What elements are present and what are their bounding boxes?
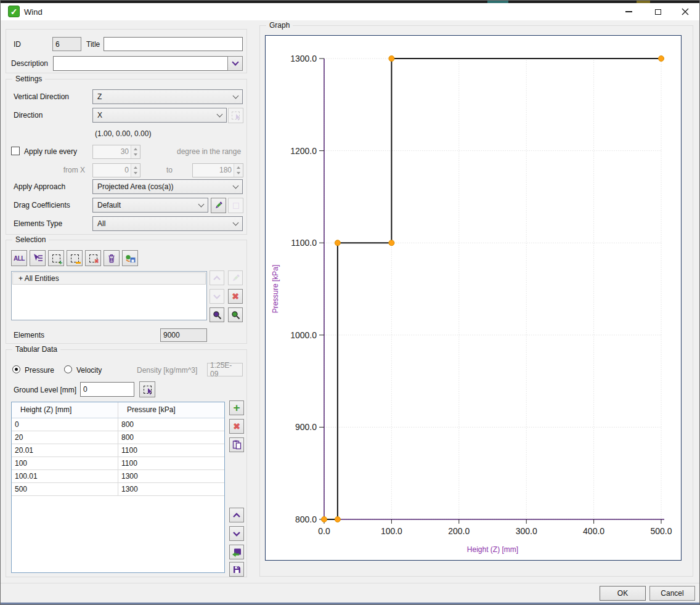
save-selection-button[interactable] bbox=[122, 250, 138, 266]
title-field[interactable] bbox=[104, 37, 243, 51]
box-select-add-button[interactable]: + bbox=[48, 250, 64, 266]
apply-rule-checkbox[interactable] bbox=[11, 147, 20, 155]
direction-combobox[interactable]: X bbox=[92, 108, 227, 123]
select-from-list-button[interactable] bbox=[30, 250, 46, 266]
ok-button[interactable]: OK bbox=[600, 586, 646, 601]
pressure-radio[interactable] bbox=[12, 365, 20, 373]
table-cell[interactable]: 100.01 bbox=[12, 469, 118, 482]
chevron-down-icon bbox=[213, 294, 221, 299]
drag-coefficients-value: Default bbox=[97, 201, 121, 209]
edit-drag-coefficients-button[interactable] bbox=[211, 198, 226, 213]
description-combobox[interactable] bbox=[53, 56, 228, 71]
table-cell[interactable]: 0 bbox=[12, 418, 118, 431]
apply-approach-combobox[interactable]: Projected Area (cos(a)) bbox=[92, 179, 243, 194]
table-cell[interactable]: 1100 bbox=[118, 444, 225, 457]
table-cell[interactable]: 20.01 bbox=[12, 444, 118, 457]
save-selection-icon bbox=[125, 254, 136, 263]
title-bar: ✓ Wind bbox=[1, 3, 699, 20]
remove-selection-button[interactable]: ✖ bbox=[228, 289, 243, 304]
import-icon bbox=[232, 548, 242, 557]
add-row-button[interactable]: + bbox=[229, 400, 244, 415]
elements-count-field: 9000 bbox=[160, 328, 207, 342]
table-cell[interactable]: 500 bbox=[12, 482, 118, 495]
save-table-button[interactable] bbox=[229, 562, 244, 577]
spin-down-icon bbox=[134, 172, 137, 174]
graph-group-title: Graph bbox=[266, 21, 293, 30]
vertical-direction-combobox[interactable]: Z bbox=[92, 89, 243, 104]
zoom-selection-button[interactable] bbox=[210, 307, 224, 322]
table-cell[interactable]: 800 bbox=[118, 431, 225, 444]
table-cell[interactable]: 1300 bbox=[118, 469, 225, 482]
selection-listbox[interactable]: + All Entities bbox=[11, 271, 207, 320]
delete-selection-button[interactable] bbox=[104, 250, 120, 266]
svg-text:1000.0: 1000.0 bbox=[290, 330, 317, 340]
row-down-button[interactable] bbox=[229, 526, 244, 541]
spinner-arrows bbox=[131, 164, 140, 177]
maximize-icon bbox=[655, 9, 661, 15]
box-clear-icon: ✖ bbox=[89, 254, 97, 262]
identification-group: ID 6 Title Description bbox=[6, 29, 247, 73]
to-value: 180 bbox=[193, 164, 234, 177]
degree-range-label: degree in the range bbox=[177, 147, 241, 156]
cancel-button[interactable]: Cancel bbox=[649, 586, 695, 601]
elements-type-value: All bbox=[97, 219, 105, 228]
table-cell[interactable]: 100 bbox=[12, 457, 118, 469]
chevron-down-icon bbox=[198, 201, 205, 207]
settings-group: Settings Vertical Direction Z Direction … bbox=[6, 79, 247, 235]
column-header[interactable]: Height (Z) [mm] bbox=[12, 402, 118, 418]
apply-rule-spinner: 30 bbox=[92, 145, 140, 159]
pick-in-view-icon bbox=[232, 112, 240, 120]
table-row[interactable]: 1001100 bbox=[12, 457, 224, 469]
spin-up-icon bbox=[134, 148, 137, 150]
to-label: to bbox=[166, 166, 173, 174]
close-icon bbox=[682, 8, 689, 15]
tabular-table-body: 08002080020.0111001001100100.01130050013… bbox=[12, 418, 224, 495]
ground-level-field[interactable]: 0 bbox=[80, 382, 134, 397]
column-header[interactable]: Pressure [kPa] bbox=[118, 402, 225, 418]
table-row[interactable]: 20800 bbox=[12, 431, 224, 444]
delete-row-button[interactable]: ✖ bbox=[229, 419, 244, 434]
chevron-down-icon bbox=[217, 111, 223, 117]
spin-up-icon bbox=[237, 166, 240, 169]
spinner-arrows bbox=[234, 164, 243, 177]
select-all-button[interactable]: ALL bbox=[11, 250, 27, 266]
table-cell[interactable]: 20 bbox=[12, 431, 118, 444]
table-cell[interactable]: 1100 bbox=[118, 457, 225, 469]
minimize-button[interactable] bbox=[615, 3, 642, 20]
from-label: from X bbox=[43, 166, 85, 174]
table-cell[interactable]: 1300 bbox=[118, 482, 225, 495]
box-select-clear-button[interactable]: ✖ bbox=[85, 250, 101, 266]
velocity-radio[interactable] bbox=[64, 365, 72, 373]
table-cell[interactable]: 800 bbox=[118, 418, 225, 431]
id-field: 6 bbox=[52, 37, 81, 51]
tabular-data-grid[interactable]: Height (Z) [mm]Pressure [kPa] 0800208002… bbox=[11, 402, 225, 573]
maximize-button[interactable] bbox=[645, 3, 672, 20]
drag-coefficients-combobox[interactable]: Default bbox=[92, 198, 208, 213]
edit-selection-button bbox=[228, 270, 243, 285]
list-item[interactable]: + All Entities bbox=[12, 272, 206, 285]
window-bottom-border bbox=[1, 603, 699, 605]
chevron-up-icon bbox=[213, 275, 221, 281]
description-dropdown-button[interactable] bbox=[227, 56, 243, 71]
import-table-button[interactable] bbox=[229, 545, 244, 559]
close-button[interactable] bbox=[672, 3, 699, 20]
elements-type-combobox[interactable]: All bbox=[92, 216, 243, 231]
zoom-all-button[interactable] bbox=[228, 307, 243, 322]
box-remove-icon bbox=[71, 254, 79, 262]
pressure-radio-label[interactable]: Pressure bbox=[25, 366, 54, 375]
table-row[interactable]: 5001300 bbox=[12, 482, 224, 495]
row-up-button[interactable] bbox=[229, 508, 244, 522]
velocity-radio-label[interactable]: Velocity bbox=[76, 366, 102, 375]
paste-rows-button[interactable] bbox=[229, 437, 244, 452]
table-row[interactable]: 100.011300 bbox=[12, 469, 224, 482]
red-x-icon: ✖ bbox=[232, 292, 239, 301]
all-icon: ALL bbox=[14, 255, 25, 262]
svg-text:400.0: 400.0 bbox=[583, 526, 604, 536]
from-value: 0 bbox=[93, 164, 131, 177]
apply-rule-label: Apply rule every bbox=[24, 147, 77, 156]
table-row[interactable]: 20.011100 bbox=[12, 444, 224, 457]
red-x-icon: ✖ bbox=[233, 422, 240, 431]
box-select-remove-button[interactable] bbox=[67, 250, 83, 266]
ground-level-pick-button[interactable] bbox=[139, 381, 155, 397]
table-row[interactable]: 0800 bbox=[12, 418, 224, 431]
